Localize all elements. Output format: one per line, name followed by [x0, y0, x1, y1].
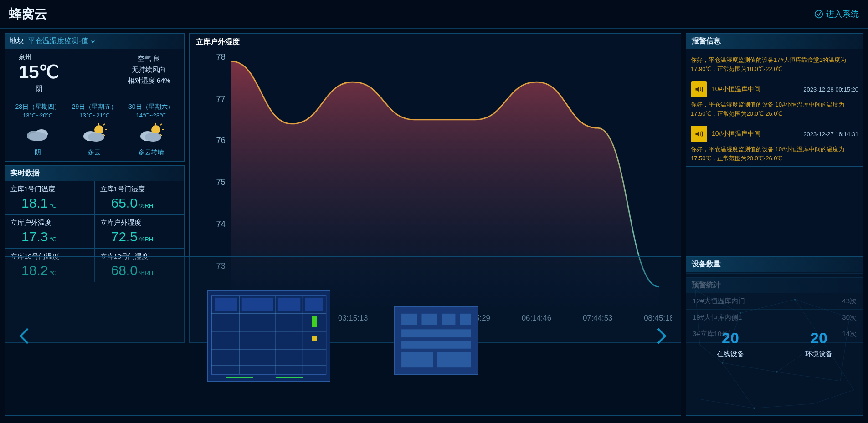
weather-temp: 15℃ — [19, 61, 60, 82]
carousel-prev-button[interactable] — [14, 325, 36, 347]
horn-icon — [691, 126, 707, 142]
enter-icon — [814, 10, 823, 19]
weather-suncloud-icon — [128, 123, 174, 144]
air-quality: 空气 良 — [128, 53, 170, 64]
svg-point-46 — [722, 362, 724, 364]
svg-rect-31 — [312, 316, 317, 327]
weather-condition: 阴 — [19, 84, 60, 94]
alarm-item-0[interactable]: 你好，平仓温湿度监测值的设备17#大恒库靠食堂1的温度为17.90℃，正常范围为… — [686, 49, 863, 77]
logo: 蜂窝云 — [9, 5, 47, 23]
floorplan-large[interactable] — [207, 290, 330, 382]
device-count-panel: 设备数量 20 在线设备 20 环境设备 — [686, 256, 863, 416]
rt-name: 立库1号门温度 — [10, 185, 89, 194]
forecast-range: 14℃~23℃ — [128, 112, 174, 119]
env-devices: 20 环境设备 — [805, 329, 832, 358]
forecast-date: 28日（星期四） — [15, 103, 61, 111]
realtime-cell-2: 立库户外温度 17.3℃ — [5, 215, 95, 249]
svg-point-48 — [776, 371, 778, 373]
rt-value: 65.0 — [111, 195, 138, 211]
forecast-day-2: 30日（星期六） 14℃~23℃ 多云转晴 — [128, 103, 174, 157]
realtime-cell-3: 立库户外湿度 72.5%RH — [95, 215, 185, 249]
rt-name: 立库户外湿度 — [100, 219, 179, 227]
online-value: 20 — [717, 329, 744, 347]
env-label: 环境设备 — [805, 350, 832, 358]
alarm-time: 2023-12-28 00:15:20 — [803, 86, 858, 93]
rt-name: 立库1号门湿度 — [100, 185, 179, 194]
y-tick: 78 — [216, 52, 226, 61]
alarm-time: 2023-12-27 16:14:31 — [803, 131, 858, 138]
floorplan-small[interactable] — [394, 306, 478, 375]
svg-rect-39 — [460, 314, 471, 325]
svg-point-45 — [794, 299, 796, 301]
alarm-body: 你好，平仓温湿度监测值的设备17#大恒库靠食堂1的温度为17.90℃，正常范围为… — [691, 56, 858, 73]
rt-name: 立库户外温度 — [10, 219, 89, 227]
forecast-date: 30日（星期六） — [128, 103, 174, 111]
svg-point-49 — [753, 407, 755, 409]
forecast-range: 13℃~20℃ — [15, 112, 61, 119]
forecast-label: 多云转晴 — [128, 148, 174, 157]
y-tick: 74 — [216, 219, 226, 229]
weather-suncloud-icon — [72, 123, 118, 144]
svg-rect-36 — [401, 314, 417, 325]
region-label: 地块 — [10, 36, 24, 46]
svg-line-14 — [160, 124, 162, 125]
horn-icon — [691, 81, 707, 97]
svg-rect-27 — [215, 298, 237, 311]
y-tick: 77 — [216, 93, 226, 103]
chevron-down-icon — [90, 39, 96, 44]
chart-title: 立库户外湿度 — [190, 34, 681, 51]
env-value: 20 — [805, 329, 832, 347]
device-title: 设备数量 — [686, 257, 863, 272]
humidity: 相对湿度 64% — [128, 75, 170, 86]
carousel-next-button[interactable] — [650, 325, 672, 347]
y-tick: 76 — [216, 135, 226, 145]
realtime-cell-0: 立库1号门温度 18.1℃ — [5, 181, 95, 215]
realtime-title: 实时数据 — [5, 166, 184, 181]
alarm-item-2[interactable]: 10#小恒温库中间 2023-12-27 16:14:31 你好，平仓温湿度监测… — [686, 122, 863, 167]
forecast-label: 阴 — [15, 148, 61, 157]
svg-rect-38 — [442, 314, 456, 325]
forecast-day-1: 29日（星期五） 13℃~21℃ 多云 — [72, 103, 118, 157]
alarms-title: 报警信息 — [686, 34, 863, 49]
weather-city: 泉州 — [19, 53, 60, 61]
svg-point-17 — [145, 133, 161, 142]
svg-rect-32 — [312, 336, 317, 341]
rt-value: 18.1 — [21, 195, 48, 211]
svg-rect-28 — [242, 298, 273, 311]
floorplan-carousel — [5, 256, 681, 416]
enter-system-label: 进入系统 — [826, 9, 859, 20]
svg-point-0 — [815, 10, 823, 18]
svg-rect-41 — [401, 341, 471, 349]
forecast-day-0: 28日（星期四） 13℃~20℃ 阴 — [15, 103, 61, 157]
rt-value: 17.3 — [21, 229, 48, 245]
alarm-body: 你好，平仓温湿度监测值的设备 10#小恒温库中间的温度为17.50℃，正常范围为… — [691, 145, 858, 163]
svg-rect-43 — [437, 352, 471, 368]
realtime-cell-1: 立库1号门湿度 65.0%RH — [95, 181, 185, 215]
network-bg-icon — [686, 272, 863, 417]
svg-rect-29 — [278, 298, 301, 311]
svg-rect-40 — [401, 329, 471, 337]
svg-point-44 — [740, 312, 741, 314]
alarms-panel: 报警信息 你好，平仓温湿度监测值的设备17#大恒库靠食堂1的温度为17.90℃，… — [686, 33, 863, 274]
wind: 无持续风向 — [128, 64, 170, 75]
topbar: 蜂窝云 进入系统 — [0, 0, 868, 29]
region-dropdown[interactable]: 平仓温湿度监测-值 — [28, 36, 96, 46]
rt-unit: ℃ — [50, 236, 56, 243]
rt-unit: ℃ — [50, 202, 56, 209]
alarm-name: 10#小恒温库中间 — [712, 130, 760, 138]
alarm-item-1[interactable]: 10#小恒温库中间 2023-12-28 00:15:20 你好，平仓温湿度监测… — [686, 77, 863, 122]
svg-point-10 — [88, 133, 104, 142]
region-selected: 平仓温湿度监测-值 — [28, 36, 88, 46]
svg-line-7 — [103, 124, 105, 125]
enter-system-button[interactable]: 进入系统 — [814, 9, 859, 20]
rt-unit: %RH — [139, 236, 153, 243]
forecast-date: 29日（星期五） — [72, 103, 118, 111]
online-label: 在线设备 — [717, 350, 744, 358]
rt-value: 72.5 — [111, 229, 138, 245]
svg-rect-30 — [305, 298, 323, 311]
alarm-name: 10#小恒温库中间 — [712, 85, 760, 93]
forecast-range: 13℃~21℃ — [72, 112, 118, 119]
forecast-label: 多云 — [72, 148, 118, 157]
alarm-body: 你好，平仓温湿度监测值的设备 10#小恒温库中间的温度为17.50℃，正常范围为… — [691, 100, 858, 118]
weather-cloud-icon — [15, 123, 61, 144]
